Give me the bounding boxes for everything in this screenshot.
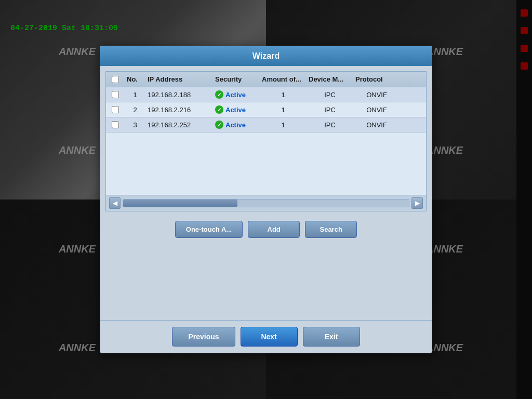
col-no: No. bbox=[125, 74, 145, 84]
active-icon-3: ✓ bbox=[215, 121, 223, 129]
row-1-protocol: ONVIF bbox=[353, 90, 400, 100]
previous-button[interactable]: Previous bbox=[172, 327, 235, 347]
next-button[interactable]: Next bbox=[241, 327, 298, 347]
active-icon-2: ✓ bbox=[215, 105, 223, 114]
table-row[interactable]: 1 192.168.2.188 ✓ Active 1 IPC ONVIF bbox=[106, 87, 426, 102]
row-3-protocol: ONVIF bbox=[353, 120, 400, 130]
table-row[interactable]: 2 192.168.2.216 ✓ Active 1 IPC ONVIF bbox=[106, 102, 426, 117]
dialog-overlay: Wizard No. IP Address Security Amount of… bbox=[0, 0, 532, 399]
row-1-security: ✓ Active bbox=[213, 89, 260, 100]
active-label-2: Active bbox=[225, 106, 246, 114]
row-1-no: 1 bbox=[125, 90, 145, 100]
active-label-3: Active bbox=[225, 121, 246, 129]
row-3-no: 3 bbox=[125, 120, 145, 130]
dialog-footer: Previous Next Exit bbox=[100, 320, 432, 353]
dialog-body: No. IP Address Security Amount of... Dev… bbox=[100, 66, 432, 320]
scroll-right-arrow[interactable]: ▶ bbox=[411, 197, 423, 209]
row-3-checkbox[interactable] bbox=[112, 121, 119, 128]
table-row[interactable]: 3 192.168.2.252 ✓ Active 1 IPC ONVIF bbox=[106, 117, 426, 132]
row-2-device: IPC bbox=[307, 105, 353, 115]
col-security: Security bbox=[213, 74, 260, 84]
col-amount: Amount of... bbox=[260, 74, 307, 84]
active-icon-1: ✓ bbox=[215, 90, 223, 99]
col-ip: IP Address bbox=[145, 74, 213, 84]
empty-rows bbox=[106, 132, 426, 195]
row-3-device: IPC bbox=[307, 120, 353, 130]
row-2-security: ✓ Active bbox=[213, 104, 260, 115]
row-2-protocol: ONVIF bbox=[353, 105, 400, 115]
row-1-amount: 1 bbox=[260, 90, 307, 100]
row-3-security: ✓ Active bbox=[213, 119, 260, 130]
row-2-ip: 192.168.2.216 bbox=[145, 105, 213, 115]
active-label-1: Active bbox=[225, 91, 246, 99]
dialog-title: Wizard bbox=[100, 46, 432, 66]
row-1-ip: 192.168.2.188 bbox=[145, 90, 213, 100]
row-3-ip: 192.168.2.252 bbox=[145, 120, 213, 130]
action-buttons: One-touch A... Add Search bbox=[105, 217, 427, 242]
one-touch-button[interactable]: One-touch A... bbox=[175, 221, 243, 238]
row-1-checkbox[interactable] bbox=[112, 91, 119, 98]
row-1-device: IPC bbox=[307, 90, 353, 100]
row-3-amount: 1 bbox=[260, 120, 307, 130]
scrollbar: ◀ ▶ bbox=[106, 195, 426, 211]
col-device: Device M... bbox=[307, 74, 353, 84]
scroll-thumb bbox=[123, 200, 237, 207]
add-button[interactable]: Add bbox=[248, 221, 300, 238]
dialog-spacer bbox=[105, 242, 427, 315]
select-all-checkbox[interactable] bbox=[112, 76, 119, 83]
row-2-checkbox[interactable] bbox=[112, 106, 119, 113]
table-header: No. IP Address Security Amount of... Dev… bbox=[106, 72, 426, 87]
wizard-dialog: Wizard No. IP Address Security Amount of… bbox=[100, 46, 432, 353]
col-protocol: Protocol bbox=[353, 74, 400, 84]
scroll-left-arrow[interactable]: ◀ bbox=[109, 197, 121, 209]
exit-button[interactable]: Exit bbox=[303, 327, 360, 347]
search-button[interactable]: Search bbox=[305, 221, 357, 238]
row-2-no: 2 bbox=[125, 105, 145, 115]
device-table: No. IP Address Security Amount of... Dev… bbox=[105, 71, 427, 211]
row-2-amount: 1 bbox=[260, 105, 307, 115]
scroll-track[interactable] bbox=[123, 199, 409, 207]
